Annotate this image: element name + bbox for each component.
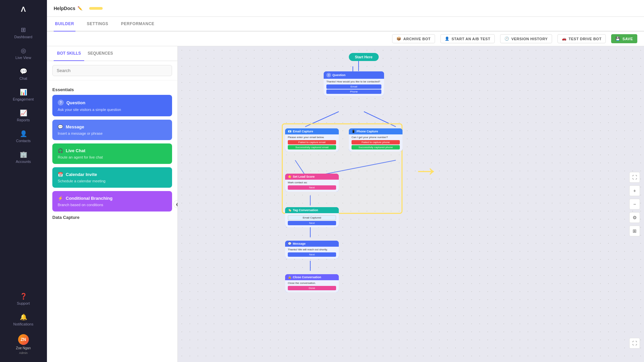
skill-card-conditional[interactable]: ⚡ Conditional Branching Branch based on … bbox=[52, 191, 172, 212]
success-capture-email: Successfully captured email bbox=[288, 145, 336, 149]
calendar-icon: 📅 bbox=[58, 172, 63, 177]
archive-label: ARCHIVE BOT bbox=[404, 37, 431, 41]
section-data-capture-label: Data Capture bbox=[52, 215, 172, 220]
fail-capture-phone: Failed to capture phone bbox=[352, 140, 400, 144]
zoom-out-button[interactable]: − bbox=[629, 199, 640, 209]
sidebar-item-support[interactable]: ❓ Support bbox=[0, 289, 47, 309]
set-lead-btn[interactable]: Next bbox=[288, 185, 336, 190]
expand-button[interactable]: ⛶ bbox=[629, 338, 640, 349]
sidebar-item-chat[interactable]: 💬 Chat bbox=[0, 64, 47, 84]
ab-test-button[interactable]: 👤 START AN A/B TEST bbox=[440, 34, 495, 43]
fullscreen-button[interactable]: ⛶ bbox=[629, 172, 640, 183]
skill-desc-conditional: Branch based on conditions bbox=[58, 203, 167, 207]
sidebar-item-engagement[interactable]: 📊 Engagement bbox=[0, 85, 47, 105]
sidebar-item-accounts[interactable]: 🏢 Accounts bbox=[0, 147, 47, 167]
tab-builder[interactable]: BUILDER bbox=[54, 17, 75, 32]
canvas-bottom-tools: ⛶ bbox=[629, 338, 640, 349]
reports-icon: 📈 bbox=[20, 109, 27, 117]
archive-icon: 📦 bbox=[396, 37, 401, 41]
canvas-area[interactable]: Start Here ? Question Thanks! How would … bbox=[178, 46, 644, 362]
zoom-in-button[interactable]: + bbox=[629, 185, 640, 196]
user-role: Admin bbox=[19, 351, 28, 355]
ab-label: START AN A/B TEST bbox=[451, 37, 490, 41]
tab-settings[interactable]: SETTINGS bbox=[86, 17, 110, 32]
section-essentials-label: Essentials bbox=[52, 87, 172, 92]
archive-bot-button[interactable]: 📦 ARCHIVE BOT bbox=[392, 34, 435, 43]
version-history-button[interactable]: 🕐 VERSION HISTORY bbox=[500, 34, 552, 43]
contacts-icon: 👤 bbox=[20, 130, 27, 137]
message-flow-node[interactable]: 💬 Message Thanks! We will reach out shor… bbox=[285, 241, 339, 259]
testdrive-label: TEST DRIVE BOT bbox=[569, 37, 601, 41]
phone-capture-body: Can I get your phone number? bbox=[352, 136, 400, 139]
settings-tool-button[interactable]: ⚙ bbox=[629, 212, 640, 223]
collapse-panel-button[interactable]: ❮ bbox=[173, 200, 178, 208]
panel-tabs: BOT SKILLS SEQUENCES bbox=[47, 46, 177, 61]
sidebar-item-reports[interactable]: 📈 Reports bbox=[0, 106, 47, 125]
message-flow-btn[interactable]: Next bbox=[288, 252, 336, 257]
lead-icon: ⭐ bbox=[288, 175, 291, 178]
phone-capture-node[interactable]: 📱 Phone Capture Can I get your phone num… bbox=[349, 128, 402, 152]
start-label: Start Here bbox=[349, 53, 379, 61]
sidebar-item-dashboard[interactable]: ⊞ Dashboard bbox=[0, 23, 47, 42]
canvas-tools: ⛶ + − ⚙ ⊞ bbox=[629, 172, 640, 236]
email-capture-title: Email Capture bbox=[293, 130, 313, 133]
question-node[interactable]: ? Question Thanks! How would you like to… bbox=[324, 71, 382, 96]
skill-title-question: ? Question bbox=[58, 100, 167, 106]
phone-option[interactable]: Phone bbox=[326, 89, 381, 94]
sidebar-item-label: Support bbox=[17, 301, 30, 305]
tag-btn[interactable]: Next bbox=[288, 221, 336, 225]
sidebar-item-user[interactable]: ZN Zoe Ngan Admin bbox=[0, 331, 47, 358]
set-lead-title: Set Lead Score bbox=[293, 175, 315, 178]
flow-svg bbox=[178, 46, 644, 362]
question-node-title: Question bbox=[332, 73, 345, 77]
close-conversation-node[interactable]: 🔒 Close Conversation Close the conversat… bbox=[285, 274, 339, 292]
sidebar-item-label: Chat bbox=[19, 76, 27, 80]
set-lead-node[interactable]: ⭐ Set Lead Score Mark contact as: Next bbox=[285, 174, 339, 192]
sidebar-item-live-view[interactable]: ◎ Live View bbox=[0, 44, 47, 63]
save-button[interactable]: 💾 SAVE bbox=[611, 34, 637, 43]
grid-button[interactable]: ⊞ bbox=[629, 226, 640, 236]
skill-card-calendar[interactable]: 📅 Calendar Invite Schedule a calendar me… bbox=[52, 167, 172, 188]
logo: Λ bbox=[17, 3, 30, 15]
test-drive-button[interactable]: 🚗 TEST DRIVE BOT bbox=[557, 34, 606, 43]
sidebar-item-label: Dashboard bbox=[14, 35, 33, 39]
message-flow-body: Thanks! We will reach out shortly. bbox=[288, 248, 336, 251]
start-node[interactable]: Start Here bbox=[329, 53, 379, 71]
svg-line-4 bbox=[319, 160, 396, 175]
chat-icon: 💬 bbox=[20, 68, 27, 75]
skill-card-message[interactable]: 💬 Message Insert a message or phrase bbox=[52, 120, 172, 140]
skill-card-question[interactable]: ? Question Ask your site visitors a simp… bbox=[52, 95, 172, 116]
sidebar-item-label: Engagement bbox=[13, 97, 34, 101]
tab-performance[interactable]: PERFORMANCE bbox=[120, 17, 156, 32]
skill-card-live-chat[interactable]: 🎧 Live Chat Route an agent for live chat bbox=[52, 143, 172, 164]
email-capture-icon: 📧 bbox=[288, 130, 291, 133]
close-conv-btn[interactable]: Done bbox=[288, 286, 336, 290]
close-conv-title: Close Conversation bbox=[293, 276, 321, 279]
skill-desc-live-chat: Route an agent for live chat bbox=[58, 155, 167, 159]
sidebar-item-label: Accounts bbox=[16, 160, 31, 164]
version-icon: 🕐 bbox=[504, 37, 509, 41]
sidebar-item-notifications[interactable]: 🔔 Notifications bbox=[0, 310, 47, 329]
ab-icon: 👤 bbox=[445, 37, 450, 41]
fail-capture-email: Failed to capture email bbox=[288, 140, 336, 144]
skill-desc-message: Insert a message or phrase bbox=[58, 131, 167, 135]
email-option[interactable]: Email bbox=[326, 84, 381, 89]
sidebar-item-label: Live View bbox=[15, 56, 31, 60]
conditional-icon: ⚡ bbox=[58, 196, 63, 201]
svg-line-3 bbox=[295, 160, 305, 175]
tab-sequences[interactable]: SEQUENCES bbox=[84, 46, 116, 61]
success-capture-phone: Successfully captured phone bbox=[352, 145, 400, 149]
edit-icon[interactable]: ✏️ bbox=[77, 6, 83, 11]
search-input[interactable] bbox=[52, 65, 172, 76]
tag-title: Tag Conversation bbox=[293, 208, 318, 212]
main-content: HelpDocs ✏️ BUILDER SETTINGS PERFORMANCE… bbox=[47, 0, 644, 362]
sidebar-item-contacts[interactable]: 👤 Contacts bbox=[0, 127, 47, 146]
phone-capture-title: Phone Capture bbox=[357, 130, 378, 133]
tag-conversation-node[interactable]: 🏷️ Tag Conversation Email Captured Next bbox=[285, 207, 339, 227]
tab-bot-skills[interactable]: BOT SKILLS bbox=[54, 46, 84, 61]
save-label: SAVE bbox=[623, 37, 633, 41]
close-conv-icon: 🔒 bbox=[288, 276, 291, 279]
tag-icon: 🏷️ bbox=[288, 208, 291, 212]
email-capture-node[interactable]: 📧 Email Capture Please enter your email … bbox=[285, 128, 339, 152]
version-label: VERSION HISTORY bbox=[511, 37, 547, 41]
